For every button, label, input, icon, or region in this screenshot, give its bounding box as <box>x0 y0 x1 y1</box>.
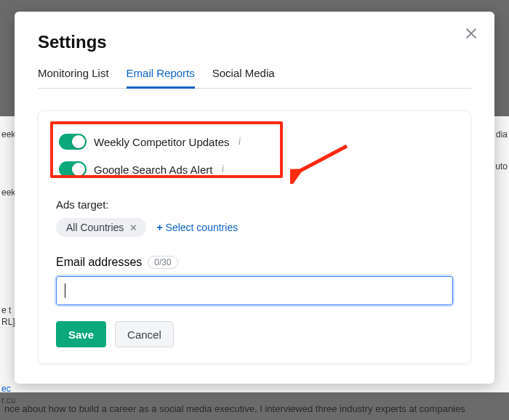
email-counter-badge: 0/30 <box>148 256 177 269</box>
plus-icon: + <box>156 222 162 233</box>
button-row: Save Cancel <box>56 321 453 347</box>
chip-all-countries: All Countries ✕ <box>56 218 146 237</box>
close-button[interactable] <box>461 23 481 44</box>
tab-email-reports[interactable]: Email Reports <box>127 67 195 89</box>
toggle-google-search-ads-alert[interactable] <box>59 161 87 177</box>
ads-target-row: All Countries ✕ +Select countries <box>56 218 453 237</box>
toggle-label: Weekly Competitor Updates <box>94 136 229 148</box>
toggle-label: Google Search Ads Alert <box>94 163 212 176</box>
toggle-row-weekly-updates: Weekly Competitor Updates i <box>59 130 450 153</box>
tab-monitoring-list[interactable]: Monitoring List <box>38 67 109 88</box>
modal-wrap: Settings Monitoring List Email Reports S… <box>0 0 509 420</box>
modal-title: Settings <box>38 32 471 52</box>
toggles-area: Weekly Competitor Updates i Google Searc… <box>56 129 453 190</box>
tab-social-media[interactable]: Social Media <box>212 67 275 88</box>
info-icon[interactable]: i <box>238 136 241 148</box>
text-caret <box>65 283 65 298</box>
email-addresses-input[interactable] <box>56 276 453 305</box>
save-button[interactable]: Save <box>56 321 106 347</box>
email-addresses-label: Email addresses <box>56 256 142 269</box>
cancel-button[interactable]: Cancel <box>115 321 174 347</box>
chip-remove-icon[interactable]: ✕ <box>128 222 139 233</box>
info-icon[interactable]: i <box>221 163 224 175</box>
select-countries-link[interactable]: +Select countries <box>156 222 238 233</box>
tabs: Monitoring List Email Reports Social Med… <box>38 67 471 89</box>
ads-target-label: Ads target: <box>56 198 453 211</box>
toggle-weekly-competitor-updates[interactable] <box>59 134 87 150</box>
settings-modal: Settings Monitoring List Email Reports S… <box>15 12 494 384</box>
email-reports-panel: Weekly Competitor Updates i Google Searc… <box>38 110 471 364</box>
chip-label: All Countries <box>66 222 124 233</box>
select-countries-text: Select countries <box>166 222 239 233</box>
email-label-row: Email addresses 0/30 <box>56 256 453 269</box>
toggle-row-ads-alert: Google Search Ads Alert i <box>59 158 450 181</box>
close-icon <box>464 26 478 41</box>
